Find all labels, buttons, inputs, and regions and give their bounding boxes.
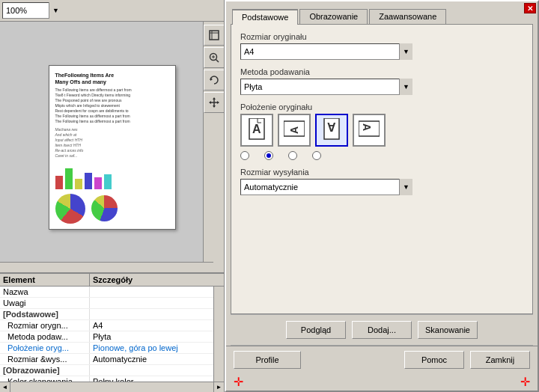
move-tool-button[interactable]: [204, 92, 225, 113]
profile-button[interactable]: Profile: [234, 351, 301, 369]
svg-marker-13: [217, 101, 219, 104]
table-row: Rozmiar &wys... Automatycznie: [0, 354, 224, 365]
status-icon-left: ✛: [234, 375, 243, 389]
svg-marker-12: [209, 101, 211, 104]
pomoc-button[interactable]: Pomoc: [404, 351, 464, 369]
col-details-header: Szczegóły: [90, 274, 224, 286]
table-row: Nazwa: [0, 287, 224, 298]
orientation-landscape-left-button[interactable]: A: [278, 114, 311, 147]
pie-chart: [55, 194, 85, 224]
table-row: [Obrazowanie]: [0, 365, 224, 376]
svg-rect-0: [210, 31, 219, 40]
polozenie-label: Położenie oryginału: [240, 102, 523, 111]
tab-content-podstawowe: Rozmiar oryginału A4 A3 A5 Letter ▼ Meto…: [231, 24, 533, 314]
table-header: Element Szczegóły: [0, 274, 224, 287]
svg-text:A: A: [252, 123, 261, 135]
preview-toolbar: 100% 50% 75% 150% 200% ▼: [0, 0, 224, 22]
field-rozmiar-wysylania: Rozmiar wysyłania Automatycznie A4 A3 Le…: [240, 168, 523, 195]
radio-item-4[interactable]: [312, 151, 321, 160]
zoom-select[interactable]: 100% 50% 75% 150% 200%: [2, 2, 62, 19]
svg-marker-10: [213, 97, 216, 99]
table-row: Kolor skanowania Pełny kolor: [0, 376, 224, 382]
right-panel: ✕ Podstawowe Obrazowanie Zaawansowane Ro…: [225, 0, 539, 392]
orientation-radios: [240, 151, 523, 160]
document-preview-area: TheFollowing Items AreMany Offs and many…: [0, 22, 224, 272]
tab-obrazowanie[interactable]: Obrazowanie: [299, 9, 368, 24]
side-toolbar: [203, 22, 224, 272]
dodaj-button[interactable]: Dodaj...: [352, 321, 412, 339]
radio-4[interactable]: [312, 151, 321, 160]
tab-podstawowe[interactable]: Podstawowe: [232, 9, 298, 25]
orientation-icons: A A A: [240, 114, 523, 147]
svg-text:A: A: [327, 120, 336, 133]
table-row: Uwagi: [0, 298, 224, 309]
zoom-tool-button[interactable]: [204, 47, 225, 68]
svg-text:A: A: [361, 123, 373, 131]
tab-zaawansowane[interactable]: Zaawansowane: [369, 9, 446, 24]
radio-item-3[interactable]: [288, 151, 297, 160]
orientation-portrait-flip-button[interactable]: A: [315, 114, 348, 147]
col-element-header: Element: [0, 274, 90, 286]
field-metoda-podawania: Metoda podawania Płyta ADF Ręcznie ▼: [240, 67, 523, 95]
details-table: Element Szczegóły Nazwa Uwagi [Podstawow…: [0, 272, 224, 392]
svg-marker-7: [210, 78, 213, 81]
rozmiar-wysylania-select[interactable]: Automatycznie A4 A3 Letter: [240, 179, 412, 195]
field-polozenie: Położenie oryginału A A: [240, 102, 523, 160]
document-page: TheFollowing Items AreMany Offs and many…: [49, 65, 176, 230]
svg-line-4: [216, 60, 219, 63]
orientation-portrait-button[interactable]: A: [240, 114, 273, 147]
radio-item-2[interactable]: [264, 151, 273, 160]
pie-chart-2: [91, 195, 118, 221]
action-buttons: Podgląd Dodaj... Skanowanie: [226, 315, 538, 345]
radio-2[interactable]: [264, 151, 273, 160]
rozmiar-originalu-label: Rozmiar oryginału: [240, 32, 523, 41]
table-row-highlighted: Położenie oryg... Pionowe, góra po lewej: [0, 343, 224, 354]
radio-item-1[interactable]: [240, 151, 249, 160]
table-h-scrollbar[interactable]: ◄ ►: [0, 382, 224, 392]
rotate-tool-button[interactable]: [204, 70, 225, 91]
tabs-bar: Podstawowe Obrazowanie Zaawansowane: [226, 4, 538, 24]
skanowanie-button[interactable]: Skanowanie: [418, 321, 478, 339]
orientation-landscape-right-button[interactable]: A: [353, 114, 386, 147]
rozmiar-originalu-select[interactable]: A4 A3 A5 Letter: [240, 43, 412, 60]
footer-buttons: Profile Pomoc Zamknij: [226, 346, 538, 373]
table-row: Rozmiar orygn... A4: [0, 320, 224, 331]
crop-tool-button[interactable]: [204, 25, 225, 46]
table-body: Nazwa Uwagi [Podstawowe] Rozmiar orygn..…: [0, 287, 224, 382]
podglad-button[interactable]: Podgląd: [286, 321, 346, 339]
rozmiar-wysylania-label: Rozmiar wysyłania: [240, 168, 523, 177]
close-button[interactable]: ✕: [524, 3, 536, 13]
h-scrollbar[interactable]: [0, 262, 213, 272]
status-icon-right: ✛: [520, 375, 530, 389]
svg-marker-11: [213, 105, 216, 108]
status-bar: ✛ ✛: [226, 373, 538, 391]
radio-3[interactable]: [288, 151, 297, 160]
table-row: [Podstawowe]: [0, 309, 224, 320]
metoda-podawania-select[interactable]: Płyta ADF Ręcznie: [240, 79, 412, 95]
field-rozmiar-originalu: Rozmiar oryginału A4 A3 A5 Letter ▼: [240, 32, 523, 60]
table-row: Metoda podaw... Płyta: [0, 331, 224, 343]
left-panel: 100% 50% 75% 150% 200% ▼: [0, 0, 225, 392]
zamknij-button[interactable]: Zamknij: [470, 351, 530, 369]
svg-text:A: A: [288, 126, 300, 134]
metoda-podawania-label: Metoda podawania: [240, 67, 523, 76]
radio-1[interactable]: [240, 151, 249, 160]
v-scrollbar[interactable]: [213, 287, 224, 382]
